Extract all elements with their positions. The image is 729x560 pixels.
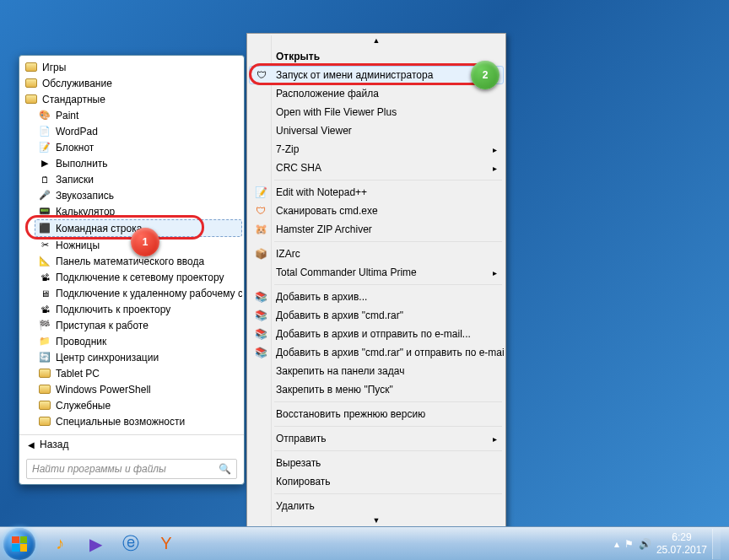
menu-item[interactable]: 🐹Hamster ZIP Archiver xyxy=(249,220,504,239)
menu-item-label: Сканировать cmd.exe xyxy=(276,205,378,217)
program-item[interactable]: 📄WordPad xyxy=(35,123,242,139)
menu-item[interactable]: Восстановить прежнюю версию xyxy=(249,405,504,423)
start-orb[interactable] xyxy=(3,528,35,560)
program-label: Paint xyxy=(56,110,78,121)
search-input[interactable]: Найти программы и файлы xyxy=(26,459,237,479)
program-icon: 📽 xyxy=(38,271,51,284)
program-label: Приступая к работе xyxy=(56,320,148,331)
program-icon: 🖥 xyxy=(38,287,51,300)
folder-label: Tablet PC xyxy=(56,368,100,380)
menu-item[interactable]: 📦IZArc xyxy=(249,245,504,263)
menu-item-label: Total Commander Ultima Prime xyxy=(276,267,417,278)
menu-item-icon: 📦 xyxy=(254,247,267,261)
menu-item[interactable]: 📚Добавить в архив "cmd.rar" и отправить … xyxy=(249,343,504,362)
menu-item[interactable]: Вырезать xyxy=(249,454,504,472)
menu-item[interactable]: 7-Zip xyxy=(249,140,504,159)
menu-item-label: Добавить в архив "cmd.rar" xyxy=(276,310,403,321)
folder-icon xyxy=(24,93,38,106)
menu-item-label: Отправить xyxy=(276,433,327,444)
menu-item-label: Запуск от имени администратора xyxy=(276,69,433,81)
menu-item-label: Копировать xyxy=(276,476,331,487)
folder-label: Стандартные xyxy=(42,94,105,105)
clock-time: 6:29 xyxy=(656,531,707,543)
menu-item-icon: 📝 xyxy=(254,186,267,199)
program-label: Центр синхронизации xyxy=(56,352,159,363)
menu-item[interactable]: 📝Edit with Notepad++ xyxy=(249,183,504,202)
program-item[interactable]: 🗒Записки xyxy=(35,171,242,187)
program-label: Подключение к удаленному рабочему столу xyxy=(56,288,242,299)
menu-item[interactable]: Расположение файла xyxy=(249,84,504,103)
menu-item-label: Добавить в архив... xyxy=(276,291,367,303)
program-icon: 📟 xyxy=(38,205,51,218)
menu-item-label: Вырезать xyxy=(276,457,321,469)
taskbar-ie-icon[interactable]: ⓔ xyxy=(114,530,148,557)
scroll-down-arrow[interactable]: ▼ xyxy=(249,515,504,527)
program-item[interactable]: 📽Подключение к сетевому проектору xyxy=(35,269,242,285)
menu-item[interactable]: Закрепить в меню "Пуск" xyxy=(249,380,504,399)
menu-item[interactable]: Копировать xyxy=(249,472,504,491)
menu-item-label: Open with File Viewer Plus xyxy=(276,106,397,118)
menu-item[interactable]: 📚Добавить в архив и отправить по e-mail.… xyxy=(249,325,504,343)
menu-item[interactable]: Удалить xyxy=(249,497,504,515)
program-item[interactable]: 🔄Центр синхронизации xyxy=(35,349,242,365)
menu-item[interactable]: Открыть xyxy=(249,47,504,66)
program-item[interactable]: ⬛Командная строка xyxy=(35,219,242,237)
menu-item[interactable]: Open with File Viewer Plus xyxy=(249,103,504,121)
program-label: Командная строка xyxy=(56,223,142,234)
scroll-up-arrow[interactable]: ▲ xyxy=(249,35,504,47)
folder-item[interactable]: Стандартные xyxy=(21,91,242,107)
subfolder-item[interactable]: Windows PowerShell xyxy=(35,381,242,397)
menu-item[interactable]: Отправить xyxy=(249,429,504,448)
menu-item[interactable]: 📚Добавить в архив... xyxy=(249,288,504,306)
subfolder-item[interactable]: Специальные возможности xyxy=(35,413,242,429)
taskbar-play-icon[interactable]: ▶ xyxy=(78,530,112,557)
tray-up-icon[interactable]: ▴ xyxy=(614,538,619,550)
menu-item[interactable]: CRC SHA xyxy=(249,159,504,177)
program-item[interactable]: 📟Калькулятор xyxy=(35,203,242,219)
search-placeholder: Найти программы и файлы xyxy=(32,463,166,475)
subfolder-item[interactable]: Служебные xyxy=(35,397,242,413)
back-button[interactable]: Назад xyxy=(19,434,244,454)
subfolder-item[interactable]: Tablet PC xyxy=(35,365,242,381)
program-item[interactable]: ▶Выполнить xyxy=(35,155,242,171)
windows-logo-icon xyxy=(12,536,27,552)
taskbar-music-icon[interactable]: ♪ xyxy=(43,530,77,557)
program-icon: 🎨 xyxy=(38,109,51,122)
menu-item[interactable]: Закрепить на панели задач xyxy=(249,362,504,380)
menu-separator xyxy=(274,401,502,402)
program-item[interactable]: 📁Проводник xyxy=(35,333,242,349)
program-item[interactable]: 🏁Приступая к работе xyxy=(35,317,242,333)
menu-item-label: Добавить в архив и отправить по e-mail..… xyxy=(276,328,471,340)
program-item[interactable]: ✂Ножницы xyxy=(35,237,242,253)
program-item[interactable]: 🎤Звукозапись xyxy=(35,187,242,203)
program-icon: ▶ xyxy=(38,157,51,170)
program-label: WordPad xyxy=(56,126,98,137)
menu-item[interactable]: 🛡Сканировать cmd.exe xyxy=(249,202,504,220)
taskbar-yandex-icon[interactable]: Y xyxy=(149,530,183,557)
folder-item[interactable]: Игры xyxy=(21,59,242,75)
program-item[interactable]: 📝Блокнот xyxy=(35,139,242,155)
menu-item[interactable]: Total Commander Ultima Prime xyxy=(249,263,504,282)
clock[interactable]: 6:29 25.07.2017 xyxy=(656,531,707,556)
menu-item-label: Добавить в архив "cmd.rar" и отправить п… xyxy=(276,347,504,358)
tray-flag-icon[interactable]: ⚑ xyxy=(624,538,634,550)
clock-date: 25.07.2017 xyxy=(656,544,707,556)
menu-item[interactable]: 📚Добавить в архив "cmd.rar" xyxy=(249,306,504,325)
menu-item[interactable]: Universal Viewer xyxy=(249,121,504,140)
start-menu-panel: ИгрыОбслуживаниеСтандартные🎨Paint📄WordPa… xyxy=(19,55,245,485)
menu-item[interactable]: 🛡Запуск от имени администратора xyxy=(249,66,504,84)
menu-item-icon: 🛡 xyxy=(254,204,267,218)
program-label: Ножницы xyxy=(56,240,100,251)
program-item[interactable]: 🎨Paint xyxy=(35,107,242,123)
menu-item-icon: 📚 xyxy=(254,309,267,322)
tray-volume-icon[interactable]: 🔊 xyxy=(639,538,651,550)
program-icon: 🎤 xyxy=(38,189,51,202)
folder-item[interactable]: Обслуживание xyxy=(21,75,242,91)
folder-icon xyxy=(24,77,38,90)
program-item[interactable]: 🖥Подключение к удаленному рабочему столу xyxy=(35,285,242,301)
program-item[interactable]: 📐Панель математического ввода xyxy=(35,253,242,269)
system-tray: ▴ ⚑ 🔊 6:29 25.07.2017 xyxy=(614,529,726,559)
show-desktop-button[interactable] xyxy=(712,529,721,559)
menu-item-label: Удалить xyxy=(276,500,315,512)
program-item[interactable]: 📽Подключить к проектору xyxy=(35,301,242,317)
